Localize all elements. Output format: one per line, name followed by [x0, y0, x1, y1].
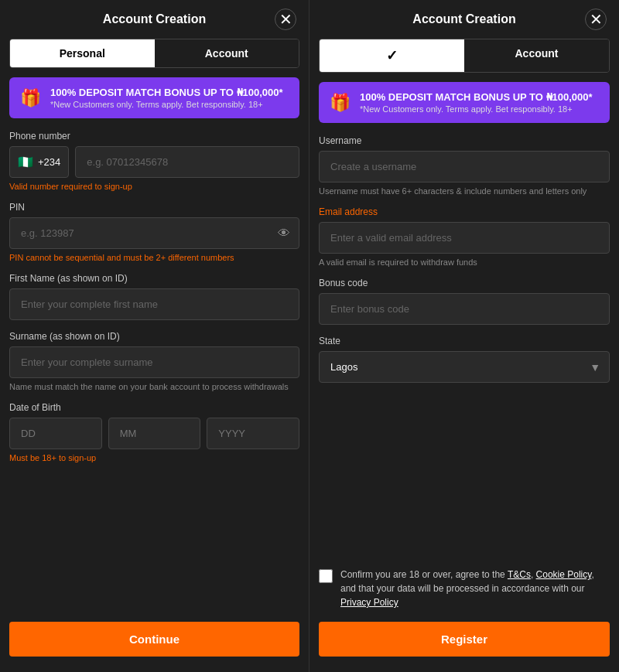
continue-button[interactable]: Continue — [9, 622, 299, 657]
right-tabs: ✓ Account — [319, 39, 610, 73]
left-modal-header: Account Creation ✕ — [0, 0, 309, 39]
left-form: Phone number 🇳🇬 +234 Valid number requir… — [0, 131, 309, 622]
privacy-policy-link[interactable]: Privacy Policy — [340, 597, 398, 608]
right-bonus-banner: 🎁 100% DEPOSIT MATCH BONUS UP TO ₦100,00… — [319, 82, 610, 123]
tab-account-right[interactable]: Account — [464, 39, 609, 72]
bonus-code-input[interactable] — [319, 293, 610, 325]
dob-label: Date of Birth — [9, 402, 299, 413]
terms-checkbox[interactable] — [319, 569, 333, 583]
surname-hint: Name must match the name on your bank ac… — [9, 382, 299, 391]
bonus-code-label: Bonus code — [319, 278, 610, 288]
register-button[interactable]: Register — [319, 622, 610, 657]
right-bonus-subtitle: *New Customers only. Terms apply. Bet re… — [360, 104, 593, 114]
checkmark-icon: ✓ — [386, 47, 398, 64]
phone-field-group: Phone number 🇳🇬 +234 Valid number requir… — [9, 131, 299, 191]
first-name-label: First Name (as shown on ID) — [9, 273, 299, 284]
eye-icon[interactable]: 👁 — [278, 227, 290, 240]
pin-field-group: PIN 👁 PIN cannot be sequential and must … — [9, 202, 299, 262]
email-input[interactable] — [319, 222, 610, 254]
gift-icon-right: 🎁 — [330, 93, 351, 113]
phone-hint: Valid number required to sign-up — [9, 182, 299, 191]
tab-check[interactable]: ✓ — [320, 39, 464, 72]
left-bonus-banner: 🎁 100% DEPOSIT MATCH BONUS UP TO ₦100,00… — [9, 77, 299, 118]
gift-icon-left: 🎁 — [20, 88, 41, 108]
right-bonus-text: 100% DEPOSIT MATCH BONUS UP TO ₦100,000*… — [360, 91, 593, 114]
left-close-button[interactable]: ✕ — [275, 9, 296, 30]
phone-label: Phone number — [9, 131, 299, 142]
state-select-wrapper: Lagos Abuja Kano Rivers Oyo Kaduna ▼ — [319, 351, 610, 383]
state-field-group: State Lagos Abuja Kano Rivers Oyo Kaduna… — [319, 336, 610, 383]
username-field-group: Username Username must have 6+ character… — [319, 135, 610, 196]
checkbox-row: Confirm you are 18 or over, agree to the… — [319, 568, 610, 609]
tc-link[interactable]: T&Cs — [508, 569, 531, 580]
right-close-button[interactable]: ✕ — [585, 9, 607, 30]
email-label: Email address — [319, 206, 610, 217]
left-modal-title: Account Creation — [103, 12, 206, 26]
pin-input[interactable] — [9, 217, 299, 249]
username-input[interactable] — [319, 151, 610, 182]
right-form: Username Username must have 6+ character… — [310, 135, 619, 558]
left-bonus-title: 100% DEPOSIT MATCH BONUS UP TO ₦100,000* — [50, 87, 283, 98]
right-bonus-title: 100% DEPOSIT MATCH BONUS UP TO ₦100,000* — [360, 91, 593, 103]
dob-field-group: Date of Birth Must be 18+ to sign-up — [9, 402, 299, 462]
phone-row: 🇳🇬 +234 — [9, 146, 299, 178]
right-modal-header: Account Creation ✕ — [310, 0, 619, 39]
right-modal-title: Account Creation — [412, 12, 515, 26]
surname-label: Surname (as shown on ID) — [9, 331, 299, 342]
surname-input[interactable] — [9, 346, 299, 378]
cookie-policy-link[interactable]: Cookie Policy — [536, 569, 592, 580]
left-tabs: Personal Account — [9, 39, 299, 68]
bonus-code-field-group: Bonus code — [319, 278, 610, 325]
tab-account-left[interactable]: Account — [155, 39, 299, 67]
country-code-selector[interactable]: 🇳🇬 +234 — [9, 146, 69, 178]
dob-day-input[interactable] — [9, 418, 102, 449]
email-hint: A valid email is required to withdraw fu… — [319, 258, 610, 267]
state-label: State — [319, 336, 610, 346]
email-field-group: Email address A valid email is required … — [319, 206, 610, 267]
dob-year-input[interactable] — [207, 418, 299, 449]
username-label: Username — [319, 135, 610, 146]
first-name-input[interactable] — [9, 288, 299, 320]
dob-row — [9, 418, 299, 449]
pin-hint: PIN cannot be sequential and must be 2+ … — [9, 253, 299, 262]
terms-label: Confirm you are 18 or over, agree to the… — [340, 568, 610, 609]
nigeria-flag: 🇳🇬 — [18, 155, 33, 169]
phone-input[interactable] — [75, 146, 299, 178]
phone-code: +234 — [38, 156, 60, 168]
tab-personal[interactable]: Personal — [10, 39, 155, 67]
pin-label: PIN — [9, 202, 299, 213]
username-hint: Username must have 6+ characters & inclu… — [319, 186, 610, 196]
pin-wrapper: 👁 — [9, 217, 299, 249]
dob-month-input[interactable] — [108, 418, 201, 449]
left-bonus-text: 100% DEPOSIT MATCH BONUS UP TO ₦100,000*… — [50, 87, 283, 109]
first-name-field-group: First Name (as shown on ID) — [9, 273, 299, 320]
surname-field-group: Surname (as shown on ID) Name must match… — [9, 331, 299, 391]
state-select[interactable]: Lagos Abuja Kano Rivers Oyo Kaduna — [319, 351, 610, 383]
left-bonus-subtitle: *New Customers only. Terms apply. Bet re… — [50, 100, 283, 109]
dob-hint: Must be 18+ to sign-up — [9, 453, 299, 462]
